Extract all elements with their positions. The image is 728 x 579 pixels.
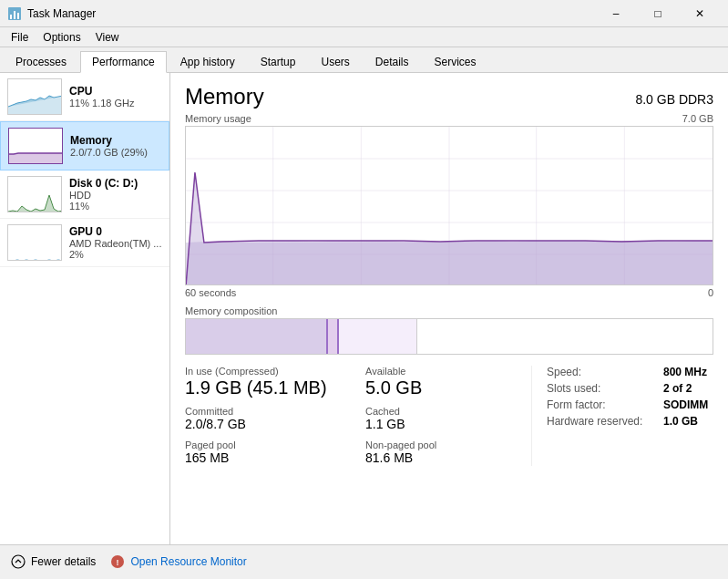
committed-value: 2.0/8.7 GB — [185, 417, 351, 432]
menu-file[interactable]: File — [4, 29, 36, 46]
window-title: Task Manager — [27, 7, 595, 20]
stat-available: Available 5.0 GB — [365, 366, 531, 398]
graph-label: Memory usage 7.0 GB — [185, 113, 713, 124]
specs-right: Speed: 800 MHz Slots used: 2 of 2 Form f… — [531, 366, 713, 466]
stat-cached: Cached 1.1 GB — [365, 406, 531, 432]
comp-modified — [328, 319, 339, 354]
svg-marker-7 — [9, 153, 63, 164]
svg-rect-1 — [10, 15, 12, 19]
disk-name: Disk 0 (C: D:) — [69, 177, 162, 190]
main-area: CPU 11% 1.18 GHz Memory 2.0/7.0 GB (29%) — [0, 73, 728, 544]
stat-inuse: In use (Compressed) 1.9 GB (45.1 MB) — [185, 366, 351, 398]
cpu-info: CPU 11% 1.18 GHz — [69, 85, 162, 109]
spec-hwreserved-row: Hardware reserved: 1.0 GB — [547, 415, 713, 428]
svg-rect-8 — [8, 177, 62, 212]
sidebar-item-cpu[interactable]: CPU 11% 1.18 GHz — [0, 73, 169, 121]
comp-standby — [339, 319, 418, 354]
svg-rect-3 — [17, 13, 19, 19]
tab-startup[interactable]: Startup — [249, 51, 308, 72]
sidebar-item-gpu[interactable]: GPU 0 AMD Radeon(TM) ... 2% — [0, 219, 169, 267]
inuse-value: 1.9 GB (45.1 MB) — [185, 377, 351, 398]
tab-details[interactable]: Details — [364, 51, 421, 72]
specs-table: Speed: 800 MHz Slots used: 2 of 2 Form f… — [547, 366, 713, 428]
gpu-name: GPU 0 — [69, 225, 162, 238]
disk-mini-chart — [7, 176, 62, 212]
window-controls: – □ ✕ — [595, 0, 721, 27]
speed-key: Speed: — [547, 366, 656, 378]
stat-nonpaged: Non-paged pool 81.6 MB — [365, 439, 531, 466]
svg-rect-10 — [8, 225, 62, 261]
minimize-button[interactable]: – — [595, 0, 637, 27]
svg-marker-11 — [8, 260, 62, 261]
graph-time-label: 60 seconds 0 — [185, 287, 713, 298]
memory-graph-svg — [186, 127, 713, 285]
close-button[interactable]: ✕ — [679, 0, 721, 27]
spec-form-row: Form factor: SODIMM — [547, 398, 713, 411]
open-resource-monitor-link[interactable]: Open Resource Monitor — [130, 555, 246, 568]
svg-point-24 — [12, 555, 25, 568]
hwreserved-val: 1.0 GB — [663, 415, 698, 428]
time-end-label: 0 — [708, 287, 713, 298]
sidebar-item-disk[interactable]: Disk 0 (C: D:) HDD 11% — [0, 171, 169, 219]
memory-graph — [185, 126, 713, 285]
gpu-sub1: AMD Radeon(TM) ... — [69, 238, 162, 249]
form-key: Form factor: — [547, 398, 656, 411]
inuse-label: In use (Compressed) — [185, 366, 351, 377]
tab-users[interactable]: Users — [309, 51, 361, 72]
content-panel: Memory 8.0 GB DDR3 Memory usage 7.0 GB — [170, 73, 728, 544]
chevron-up-icon — [11, 554, 26, 569]
slots-val: 2 of 2 — [663, 382, 692, 395]
usage-label: Memory usage — [185, 113, 251, 124]
memory-sub: 2.0/7.0 GB (29%) — [70, 147, 161, 158]
menu-view[interactable]: View — [88, 29, 127, 46]
tab-services[interactable]: Services — [423, 51, 488, 72]
sidebar-item-memory[interactable]: Memory 2.0/7.0 GB (29%) — [0, 121, 169, 171]
available-value: 5.0 GB — [365, 377, 531, 398]
committed-label: Committed — [185, 406, 351, 417]
memory-name: Memory — [70, 134, 161, 147]
tab-bar: Processes Performance App history Startu… — [0, 47, 728, 73]
fewer-details-label: Fewer details — [31, 555, 96, 568]
resource-monitor-icon: ! — [110, 554, 125, 569]
speed-val: 800 MHz — [663, 366, 707, 378]
cpu-sub: 11% 1.18 GHz — [69, 98, 162, 109]
fewer-details-button[interactable]: Fewer details — [11, 554, 96, 569]
tab-apphistory[interactable]: App history — [169, 51, 247, 72]
stats-area: In use (Compressed) 1.9 GB (45.1 MB) Ava… — [185, 366, 713, 466]
max-label: 7.0 GB — [682, 113, 713, 124]
comp-in-use — [186, 319, 328, 354]
gpu-sub2: 2% — [69, 249, 162, 260]
disk-info: Disk 0 (C: D:) HDD 11% — [69, 177, 162, 212]
cpu-mini-chart — [7, 78, 62, 115]
gpu-mini-chart — [7, 224, 62, 261]
stat-committed: Committed 2.0/8.7 GB — [185, 406, 351, 432]
hwreserved-key: Hardware reserved: — [547, 415, 656, 428]
menu-options[interactable]: Options — [36, 29, 87, 46]
memory-mini-chart — [8, 128, 63, 164]
slots-key: Slots used: — [547, 382, 656, 395]
paged-label: Paged pool — [185, 439, 351, 450]
composition-label: Memory composition — [185, 305, 713, 316]
tab-performance[interactable]: Performance — [80, 51, 167, 73]
spec-slots-row: Slots used: 2 of 2 — [547, 382, 713, 395]
disk-sub1: HDD — [69, 190, 162, 201]
open-resource-monitor-container: ! Open Resource Monitor — [110, 554, 246, 569]
svg-text:!: ! — [117, 557, 119, 566]
memory-spec: 8.0 GB DDR3 — [635, 92, 713, 107]
form-val: SODIMM — [663, 398, 708, 411]
time-start-label: 60 seconds — [185, 287, 236, 298]
spec-speed-row: Speed: 800 MHz — [547, 366, 713, 378]
memory-info: Memory 2.0/7.0 GB (29%) — [70, 134, 161, 158]
cached-label: Cached — [365, 406, 531, 417]
cached-value: 1.1 GB — [365, 417, 531, 432]
title-bar: Task Manager – □ ✕ — [0, 0, 728, 27]
stats-grid: In use (Compressed) 1.9 GB (45.1 MB) Ava… — [185, 366, 531, 466]
tab-processes[interactable]: Processes — [4, 51, 78, 72]
disk-sub2: 11% — [69, 201, 162, 212]
bottom-bar: Fewer details ! Open Resource Monitor — [0, 544, 728, 577]
nonpaged-value: 81.6 MB — [365, 450, 531, 466]
content-header: Memory 8.0 GB DDR3 — [185, 84, 713, 109]
maximize-button[interactable]: □ — [637, 0, 679, 27]
available-label: Available — [365, 366, 531, 377]
gpu-info: GPU 0 AMD Radeon(TM) ... 2% — [69, 225, 162, 260]
